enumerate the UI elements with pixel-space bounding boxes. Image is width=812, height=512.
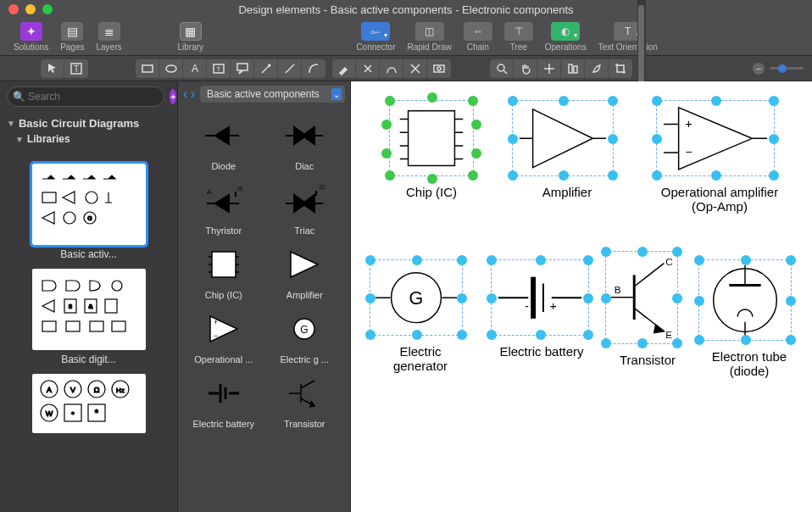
- selection-handle[interactable]: [608, 134, 618, 144]
- tree-button[interactable]: ⊤ Tree: [499, 20, 538, 53]
- zoom-thumb[interactable]: [778, 64, 787, 73]
- selection-handle[interactable]: [457, 255, 467, 265]
- shape-battery[interactable]: -+ Electric battery: [491, 259, 592, 359]
- chain-button[interactable]: ◦◦ Chain: [459, 20, 498, 53]
- screenshot-tool[interactable]: [427, 59, 451, 78]
- lib-item-thyristor[interactable]: AG Thyristor: [185, 176, 263, 237]
- lib-item-generator[interactable]: G Electric g ...: [266, 305, 344, 366]
- selection-handle[interactable]: [536, 255, 546, 265]
- shape-opamp[interactable]: +− Operational amplifier (Op-Amp): [656, 100, 783, 214]
- drawing-canvas[interactable]: Chip (IC) Amplifier +−: [351, 81, 812, 512]
- selection-handle[interactable]: [471, 120, 481, 130]
- selection-handle[interactable]: [365, 293, 375, 303]
- connector-button[interactable]: ⟜▾ Connector: [351, 20, 400, 53]
- library-button[interactable]: ▦ Library: [173, 20, 209, 53]
- preview-basic-digital[interactable]: 8&: [32, 269, 146, 350]
- snap-tool[interactable]: [537, 59, 561, 78]
- edit-points-tool[interactable]: [403, 59, 427, 78]
- selection-handle[interactable]: [601, 293, 611, 303]
- selection-handle[interactable]: [559, 170, 569, 181]
- selection-handle[interactable]: [652, 134, 662, 144]
- zoom-out-button[interactable]: −: [753, 63, 765, 75]
- textbox-tool[interactable]: T: [207, 59, 231, 78]
- layers-button[interactable]: ≣ Layers: [92, 20, 127, 53]
- window-minimize-button[interactable]: [25, 4, 36, 14]
- selection-handle[interactable]: [608, 170, 618, 181]
- selection-handle[interactable]: [672, 247, 682, 257]
- lib-item-transistor[interactable]: Transistor: [266, 370, 344, 431]
- text-shape-tool[interactable]: A: [183, 59, 207, 78]
- window-zoom-button[interactable]: [42, 4, 53, 14]
- line-tool[interactable]: [278, 59, 302, 78]
- selection-handle[interactable]: [381, 148, 392, 159]
- selection-handle[interactable]: [769, 134, 779, 144]
- selection-handle[interactable]: [672, 293, 682, 303]
- solutions-button[interactable]: ✦ Solutions: [8, 20, 53, 53]
- selection-handle[interactable]: [583, 330, 593, 340]
- selection-handle[interactable]: [652, 170, 662, 181]
- selection-handle[interactable]: [365, 255, 375, 265]
- selection-handle[interactable]: [652, 96, 662, 106]
- zoom-tool[interactable]: [490, 59, 514, 78]
- nav-forward-button[interactable]: ›: [191, 86, 195, 101]
- rectangle-tool[interactable]: [136, 59, 159, 78]
- brush-tool[interactable]: [585, 59, 609, 78]
- selection-handle[interactable]: [412, 330, 422, 340]
- selection-handle[interactable]: [583, 255, 593, 265]
- selection-handle[interactable]: [457, 293, 467, 303]
- shape-generator[interactable]: G Electric generator: [370, 259, 471, 373]
- selection-handle[interactable]: [711, 170, 721, 181]
- library-breadcrumb[interactable]: Basic active components⌄: [200, 86, 345, 103]
- selection-handle[interactable]: [457, 330, 467, 340]
- selection-handle[interactable]: [381, 120, 392, 130]
- selection-handle[interactable]: [412, 255, 422, 265]
- selection-handle[interactable]: [786, 335, 796, 345]
- selection-handle[interactable]: [487, 255, 497, 265]
- pages-button[interactable]: ▤ Pages: [55, 20, 89, 53]
- curve-tool[interactable]: [302, 59, 325, 78]
- shape-electron-tube[interactable]: Electron tube (diode): [698, 259, 800, 378]
- nav-back-button[interactable]: ‹: [183, 86, 187, 101]
- selection-handle[interactable]: [741, 255, 751, 265]
- selection-handle[interactable]: [637, 338, 648, 348]
- zoom-track[interactable]: [770, 67, 804, 70]
- selection-handle[interactable]: [786, 255, 796, 265]
- bezier-tool[interactable]: [380, 59, 403, 78]
- align-tool[interactable]: [561, 59, 585, 78]
- selection-handle[interactable]: [468, 170, 478, 181]
- selection-handle[interactable]: [637, 247, 648, 257]
- selection-handle[interactable]: [711, 96, 721, 106]
- selection-handle[interactable]: [694, 296, 704, 306]
- lib-item-battery[interactable]: Electric battery: [185, 370, 263, 431]
- tree-root[interactable]: ▼Basic Circuit Diagrams: [7, 117, 170, 130]
- shape-amplifier[interactable]: Amplifier: [512, 100, 622, 199]
- selection-handle[interactable]: [741, 335, 751, 345]
- text-orientation-button[interactable]: T▾ Text Orientation: [593, 20, 663, 53]
- line-arrow-tool[interactable]: [254, 59, 278, 78]
- selection-handle[interactable]: [769, 96, 779, 106]
- eyedropper-tool[interactable]: [332, 59, 356, 78]
- selection-handle[interactable]: [365, 330, 375, 340]
- lib-item-diode[interactable]: Diode: [185, 112, 263, 173]
- selection-handle[interactable]: [769, 170, 779, 181]
- rapid-draw-button[interactable]: ◫ Rapid Draw: [403, 20, 457, 53]
- selection-handle[interactable]: [601, 247, 611, 257]
- shape-chip-ic[interactable]: Chip (IC): [385, 100, 478, 199]
- selection-handle[interactable]: [583, 293, 593, 303]
- selection-handle[interactable]: [385, 170, 395, 181]
- zoom-slider[interactable]: −: [753, 63, 804, 75]
- selection-handle[interactable]: [672, 338, 682, 348]
- selection-handle[interactable]: [694, 255, 704, 265]
- search-input[interactable]: [7, 86, 164, 107]
- selection-handle[interactable]: [694, 335, 704, 345]
- crop-tool[interactable]: [609, 59, 632, 78]
- operations-button[interactable]: ◐▾ Operations: [540, 20, 592, 53]
- selection-handle[interactable]: [508, 96, 518, 106]
- lib-item-amplifier[interactable]: Amplifier: [266, 241, 344, 302]
- preview-measurement[interactable]: A V Ω Hz W • *: [32, 374, 146, 433]
- selection-handle[interactable]: [508, 134, 518, 144]
- pen-tool[interactable]: [356, 59, 380, 78]
- selection-handle[interactable]: [487, 330, 497, 340]
- selection-handle[interactable]: [786, 296, 796, 306]
- window-close-button[interactable]: [8, 4, 19, 14]
